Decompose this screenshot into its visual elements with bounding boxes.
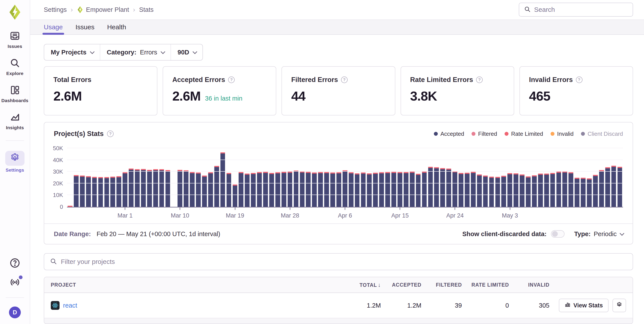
chart-bar	[366, 148, 372, 207]
x-axis-tick	[180, 207, 180, 210]
legend-item-rate-limited[interactable]: Rate Limited	[504, 131, 543, 137]
breadcrumb-org[interactable]: Empower Plant	[77, 6, 129, 13]
chart-bar	[226, 148, 232, 207]
cell-total: 1.2M	[344, 302, 381, 309]
help-icon[interactable]: ?	[341, 77, 348, 83]
legend-dot-icon	[581, 132, 585, 136]
cell-filtered: 39	[422, 302, 462, 309]
chart-bar	[152, 148, 159, 207]
tab-health[interactable]: Health	[107, 20, 126, 34]
chart-bar	[305, 148, 311, 207]
chart-bar	[586, 148, 592, 207]
chart-legend: AcceptedFilteredRate LimitedInvalidClien…	[434, 131, 623, 137]
legend-dot-icon	[472, 132, 476, 136]
stat-card-label: Filtered Errors	[291, 76, 338, 84]
chart-bar	[574, 148, 580, 207]
issues-icon	[10, 31, 20, 42]
stat-card-value: 465	[529, 89, 550, 104]
chevron-down-icon	[161, 49, 165, 54]
legend-label: Rate Limited	[511, 131, 543, 137]
whats-new-button[interactable]	[10, 277, 20, 289]
help-button[interactable]	[10, 258, 20, 269]
user-avatar[interactable]: D	[9, 307, 21, 318]
sidebar-item-dashboards[interactable]: Dashboards	[0, 85, 30, 103]
stat-card-label: Rate Limited Errors	[410, 76, 473, 84]
cell-accepted: 1.2M	[381, 302, 422, 309]
insights-icon	[10, 112, 20, 123]
chart-bar	[440, 148, 446, 207]
chart-bar	[354, 148, 360, 207]
project-link[interactable]: react	[63, 302, 77, 309]
chart-bar	[195, 148, 202, 207]
x-axis-tick	[345, 207, 346, 210]
tab-issues[interactable]: Issues	[76, 20, 94, 34]
project-selector[interactable]: My Projects	[44, 44, 100, 60]
view-stats-button[interactable]: View Stats	[559, 299, 608, 312]
chart-bar	[128, 148, 134, 207]
chart-bar	[470, 148, 476, 207]
react-icon	[51, 301, 60, 310]
tab-usage[interactable]: Usage	[44, 20, 63, 34]
chart-bar	[604, 148, 611, 207]
chart-bar	[165, 148, 171, 207]
project-filter-input[interactable]	[61, 258, 627, 265]
legend-item-filtered[interactable]: Filtered	[472, 131, 497, 137]
category-selector[interactable]: Category: Errors	[100, 44, 171, 60]
legend-label: Filtered	[478, 131, 497, 137]
sidebar-item-explore[interactable]: Explore	[0, 58, 30, 76]
chart-bar	[268, 148, 275, 207]
stat-cards: Total Errors2.6MAccepted Errors?2.6M36 i…	[44, 66, 633, 115]
sidebar-item-label: Settings	[6, 167, 24, 173]
chevron-down-icon	[193, 49, 197, 54]
legend-item-accepted[interactable]: Accepted	[434, 131, 464, 137]
chevron-down-icon	[90, 49, 94, 54]
search-icon	[50, 258, 57, 266]
client-discard-toggle[interactable]	[551, 230, 564, 238]
chart-gridline	[67, 148, 623, 148]
legend-label: Invalid	[557, 131, 574, 137]
chart-gridline	[67, 183, 623, 183]
stat-card-label: Accepted Errors	[172, 76, 225, 84]
sidebar-item-insights[interactable]: Insights	[0, 112, 30, 130]
help-icon[interactable]: ?	[107, 131, 114, 137]
sidebar-item-issues[interactable]: Issues	[0, 31, 30, 49]
chart-bar	[464, 148, 470, 207]
column-header-total[interactable]: TOTAL↓	[344, 282, 381, 288]
project-filter-box[interactable]	[44, 253, 633, 270]
legend-dot-icon	[504, 132, 508, 136]
column-header-filtered: FILTERED	[422, 282, 462, 288]
stat-card-value: 2.6M	[54, 89, 82, 104]
chart-bar	[409, 148, 415, 207]
chart-bar	[513, 148, 519, 207]
chart-bar	[318, 148, 324, 207]
chart-bar	[146, 148, 152, 207]
help-icon[interactable]: ?	[576, 77, 582, 83]
type-selector[interactable]: Type: Periodic	[574, 230, 623, 238]
breadcrumb-settings[interactable]: Settings	[44, 6, 67, 13]
project-settings-button[interactable]	[612, 299, 626, 312]
global-search[interactable]	[519, 3, 633, 17]
stat-card-value: 3.8K	[410, 89, 437, 104]
chart-bar	[538, 148, 544, 207]
date-period-selector[interactable]: 90D	[171, 44, 202, 60]
chart-bar	[232, 148, 238, 207]
org-logo[interactable]	[8, 4, 22, 19]
global-search-input[interactable]	[534, 6, 628, 13]
legend-item-invalid[interactable]: Invalid	[550, 131, 574, 137]
sidebar-item-settings[interactable]: Settings	[0, 151, 30, 173]
org-logo-small-icon	[77, 6, 84, 13]
help-icon[interactable]: ?	[476, 77, 483, 83]
chart-bar	[348, 148, 354, 207]
chart-bar	[92, 148, 98, 207]
tab-bar: UsageIssuesHealth	[30, 19, 644, 35]
chart-bar	[427, 148, 434, 207]
chart-bar	[580, 148, 586, 207]
chart-bar	[488, 148, 495, 207]
chart-bar	[446, 148, 452, 207]
table-footer	[44, 318, 632, 324]
stat-card-rate-limited-errors: Rate Limited Errors?3.8K	[400, 66, 514, 115]
chart-bar	[159, 148, 165, 207]
stat-card-value: 44	[291, 89, 305, 104]
legend-item-client-discard[interactable]: Client Discard	[581, 131, 623, 137]
help-icon[interactable]: ?	[228, 77, 235, 83]
